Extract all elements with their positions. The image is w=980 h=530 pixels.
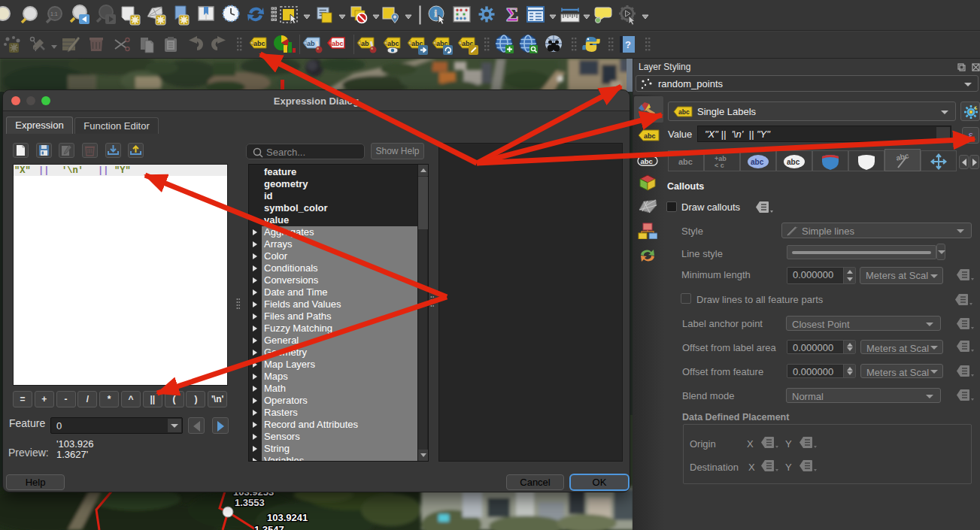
svg-text:?: ? [625, 39, 631, 50]
svg-text:< c: < c [715, 162, 724, 169]
svg-text:abc: abc [332, 40, 344, 47]
svg-text:103.9241: 103.9241 [267, 512, 308, 523]
svg-text:ab: ab [361, 40, 369, 47]
svg-text:abc: abc [678, 108, 690, 116]
svg-text:abc: abc [641, 157, 653, 165]
svg-text:abc: abc [678, 157, 693, 166]
svg-text:abc: abc [787, 158, 800, 166]
svg-text:abc: abc [644, 132, 656, 140]
svg-text:1:1: 1:1 [50, 11, 58, 17]
svg-text:1.3547: 1.3547 [254, 524, 284, 530]
svg-text:abc: abc [751, 158, 764, 166]
svg-text:ab: ab [307, 40, 315, 47]
svg-text:1.3553: 1.3553 [235, 497, 265, 508]
svg-text:abc: abc [895, 151, 910, 162]
svg-text:Σ: Σ [506, 5, 518, 25]
